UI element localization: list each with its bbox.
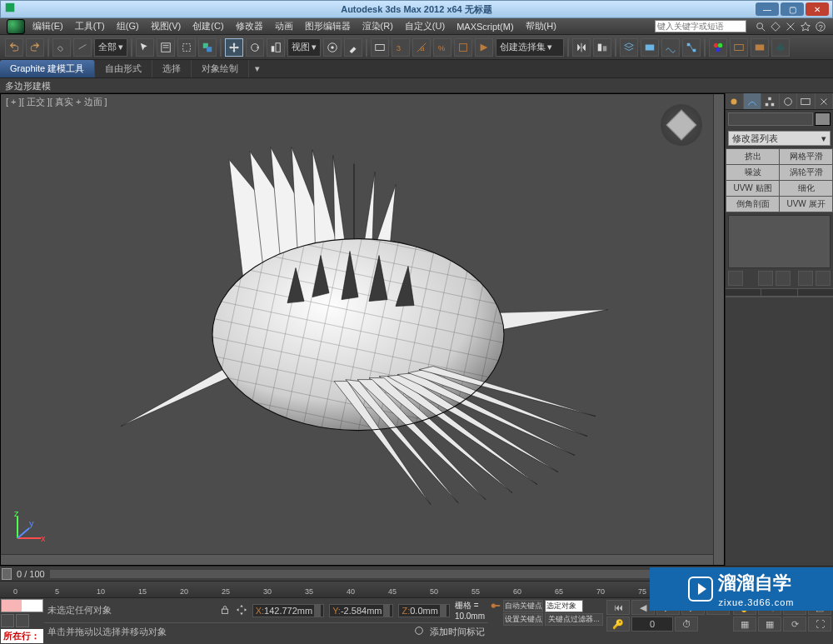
unlink-button[interactable] — [73, 38, 92, 57]
cmd-tab-utilities[interactable] — [816, 93, 834, 109]
zoom-extents-all-button[interactable]: ▦ — [758, 617, 781, 632]
window-crossing-button[interactable] — [198, 38, 217, 57]
modifier-tessellate[interactable]: 细化 — [780, 181, 832, 196]
lock-selection-icon[interactable] — [219, 604, 231, 617]
set-key-button[interactable]: 设置关键点 — [503, 613, 543, 626]
reference-coord-dropdown[interactable]: 视图▾ — [287, 38, 321, 57]
ribbon-tab-freeform[interactable]: 自由形式 — [95, 60, 152, 77]
cmd-tab-display[interactable] — [797, 93, 816, 109]
menu-render[interactable]: 渲染(R) — [358, 18, 397, 34]
add-time-tag-button[interactable]: 添加时间标记 — [430, 626, 485, 638]
minimize-button[interactable]: — — [756, 2, 779, 16]
cmd-tab-modify[interactable] — [744, 93, 762, 109]
modifier-bevelprofile[interactable]: 倒角剖面 — [726, 197, 779, 212]
modifier-noise[interactable]: 噪波 — [726, 165, 779, 180]
link-button[interactable] — [52, 38, 71, 57]
remove-modifier-button[interactable] — [798, 271, 813, 286]
menu-customize[interactable]: 自定义(U) — [401, 18, 449, 34]
modifier-meshsmooth[interactable]: 网格平滑 — [780, 149, 832, 164]
x-coord-input[interactable]: X:142.772mm — [252, 604, 325, 617]
menu-create[interactable]: 创建(C) — [188, 18, 227, 34]
key-mode-icon[interactable] — [490, 600, 501, 626]
select-object-button[interactable] — [136, 38, 154, 57]
select-by-name-button[interactable] — [157, 38, 175, 57]
cmd-tab-motion[interactable] — [780, 93, 798, 109]
menu-help[interactable]: 帮助(H) — [521, 18, 561, 34]
configure-modifier-sets-button[interactable] — [816, 271, 831, 286]
angle-snap-button[interactable]: a — [412, 38, 431, 57]
maxscript-mini-listener[interactable] — [1, 599, 43, 612]
ribbon-tab-selection[interactable]: 选择 — [152, 60, 192, 77]
select-and-scale-button[interactable] — [267, 38, 285, 57]
viewport-scrollbar-horizontal[interactable] — [1, 554, 713, 565]
menu-maxscript[interactable]: MAXScript(M) — [452, 20, 517, 33]
align-button[interactable] — [593, 38, 611, 57]
make-unique-button[interactable] — [776, 271, 791, 286]
y-coord-input[interactable]: Y:-2.584mm — [329, 604, 393, 617]
ribbon-expand-button[interactable]: ▾ — [249, 63, 266, 74]
close-button[interactable]: ✕ — [806, 2, 829, 16]
snap-toggle-button[interactable]: 3 — [392, 38, 410, 57]
app-logo-icon[interactable] — [7, 19, 25, 34]
cmd-tab-hierarchy[interactable] — [761, 93, 780, 109]
viewport-label[interactable]: [ + ][ 正交 ][ 真实 + 边面 ] — [6, 96, 107, 108]
current-frame-input[interactable]: 0 — [631, 617, 673, 632]
help-icon[interactable]: ? — [815, 21, 826, 32]
selection-filter-dropdown[interactable]: 全部▾ — [94, 38, 127, 57]
menu-view[interactable]: 视图(V) — [147, 18, 186, 34]
material-editor-button[interactable] — [709, 38, 727, 57]
isolate-selection-icon[interactable] — [413, 625, 425, 638]
zoom-extents-button[interactable]: ▦ — [733, 617, 756, 632]
key-filters-button[interactable]: 关键点过滤器... — [545, 613, 603, 626]
menu-tools[interactable]: 工具(T) — [71, 18, 109, 34]
absolute-mode-icon[interactable] — [236, 604, 247, 617]
maximize-button[interactable]: ▢ — [781, 2, 804, 16]
viewport-scrollbar-vertical[interactable] — [713, 94, 724, 565]
menu-modifiers[interactable]: 修改器 — [232, 18, 267, 34]
ribbon-tab-graphite[interactable]: Graphite 建模工具 — [0, 60, 95, 77]
render-production-button[interactable] — [771, 38, 790, 57]
curve-editor-button[interactable] — [661, 38, 680, 57]
pin-stack-button[interactable] — [728, 271, 743, 286]
object-color-swatch[interactable] — [815, 112, 831, 126]
undo-button[interactable] — [5, 38, 23, 57]
viewport[interactable]: [ + ][ 正交 ][ 真实 + 边面 ] — [0, 93, 725, 566]
ribbon-tab-object-paint[interactable]: 对象绘制 — [192, 60, 249, 77]
infocenter-search-icon[interactable] — [755, 21, 766, 32]
select-and-manipulate-button[interactable] — [344, 38, 362, 57]
modifier-stack[interactable] — [728, 215, 831, 268]
select-and-rotate-button[interactable] — [246, 38, 264, 57]
menu-group[interactable]: 组(G) — [112, 18, 143, 34]
time-configuration-button[interactable]: ⏱ — [675, 617, 698, 632]
schematic-view-button[interactable] — [682, 38, 701, 57]
object-name-field[interactable] — [728, 112, 813, 126]
viewcube[interactable] — [661, 104, 702, 146]
percent-snap-button[interactable]: % — [433, 38, 451, 57]
modifier-extrude[interactable]: 挤出 — [726, 149, 779, 164]
menu-edit[interactable]: 编辑(E) — [28, 18, 67, 34]
cmd-tab-create[interactable] — [726, 93, 744, 109]
exchange-icon[interactable] — [785, 21, 796, 32]
mirror-button[interactable] — [572, 38, 591, 57]
graphite-toggle-button[interactable] — [641, 38, 659, 57]
modifier-uvwmap[interactable]: UVW 贴图 — [726, 181, 779, 196]
redo-button[interactable] — [26, 38, 44, 57]
ribbon-panel-label[interactable]: 多边形建模 — [0, 78, 833, 93]
use-pivot-center-button[interactable] — [323, 38, 342, 57]
help-search-input[interactable] — [655, 20, 746, 32]
macro-rec-button[interactable] — [16, 614, 29, 627]
rectangular-selection-button[interactable] — [177, 38, 196, 57]
maximize-viewport-button[interactable]: ⛶ — [808, 617, 831, 632]
menu-animation[interactable]: 动画 — [271, 18, 297, 34]
rendered-frame-window-button[interactable] — [751, 38, 769, 57]
key-target-dropdown[interactable]: 选定对象 — [545, 600, 583, 612]
modifier-list-dropdown[interactable]: 修改器列表▾ — [728, 131, 831, 146]
orbit-button[interactable]: ⟳ — [783, 617, 806, 632]
layer-manager-button[interactable] — [620, 38, 638, 57]
render-setup-button[interactable] — [730, 38, 748, 57]
z-coord-input[interactable]: Z:0.0mm — [398, 604, 449, 617]
macro-prev-button[interactable] — [1, 614, 14, 627]
auto-key-button[interactable]: 自动关键点 — [503, 600, 543, 612]
edit-named-selections-button[interactable] — [475, 38, 493, 57]
time-slider-prev-button[interactable] — [2, 568, 12, 580]
